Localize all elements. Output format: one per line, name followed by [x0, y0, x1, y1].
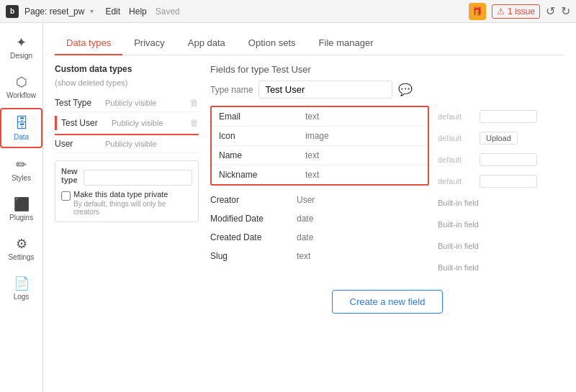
field-row-name[interactable]: Name text	[212, 146, 428, 165]
field-row-icon[interactable]: Icon image	[212, 127, 428, 146]
field-name-created-date: Created Date	[210, 232, 297, 242]
builtin-tag-created: Built-in field	[438, 242, 479, 250]
panels: Custom data types (show deleted types) T…	[55, 64, 564, 383]
redo-button[interactable]: ↻	[561, 4, 570, 18]
sidebar-item-styles[interactable]: ✏ Styles	[0, 151, 42, 188]
edit-menu[interactable]: Edit	[105, 6, 120, 17]
builtin-label-created: Built-in field	[438, 235, 537, 257]
sidebar-item-logs[interactable]: 📄 Logs	[0, 270, 42, 306]
settings-icon: ⚙	[16, 236, 27, 252]
sidebar-item-plugins[interactable]: ⬛ Plugins	[0, 191, 42, 227]
sidebar-item-workflow[interactable]: ⬡ Workflow	[0, 68, 42, 105]
selected-indicator	[55, 116, 57, 130]
type-name-label: Type name	[210, 85, 253, 95]
new-type-input[interactable]	[84, 170, 192, 186]
default-input-name[interactable]	[480, 153, 537, 166]
data-type-test-type[interactable]: Test Type Publicly visible 🗑	[55, 94, 199, 112]
app-logo: b	[6, 5, 19, 18]
field-row-modified-date: Modified Date date	[210, 210, 429, 227]
gift-icon[interactable]: 🎁	[469, 3, 486, 20]
builtin-tag-slug: Built-in field	[438, 263, 479, 272]
warning-icon: ⚠	[497, 6, 505, 17]
builtin-label-modified: Built-in field	[438, 214, 537, 235]
workflow-icon: ⬡	[16, 74, 27, 90]
default-label-nickname: default	[438, 177, 474, 186]
fields-column: Email text Icon image Name tex	[210, 106, 429, 265]
private-sub: By default, things will only be creators	[73, 200, 192, 216]
field-row-nickname[interactable]: Nickname text	[212, 165, 428, 184]
default-row-icon: default Upload	[438, 127, 537, 149]
default-label-name: default	[438, 155, 474, 164]
default-input-email[interactable]	[480, 110, 537, 123]
fields-layout: Email text Icon image Name tex	[210, 106, 564, 278]
defaults-column: default default Upload default	[438, 106, 537, 278]
builtin-tag-modified: Built-in field	[438, 220, 479, 229]
field-type-modified-date: date	[297, 214, 354, 224]
upload-button-icon[interactable]: Upload	[480, 132, 518, 145]
content-area: Data types Privacy App data Option sets …	[43, 23, 576, 392]
type-visibility-test-user: Publicly visible	[112, 119, 187, 127]
sidebar: ✦ Design ⬡ Workflow 🗄 Data ✏ Styles ⬛ Pl…	[0, 23, 43, 392]
builtin-label-creator: Built-in field	[438, 192, 537, 214]
field-name-modified-date: Modified Date	[210, 214, 297, 224]
private-checkbox[interactable]	[61, 191, 71, 201]
data-type-user[interactable]: User Publicly visible	[55, 135, 199, 153]
default-label-icon: default	[438, 134, 474, 142]
tab-file-manager[interactable]: File manager	[307, 32, 385, 55]
data-type-test-user[interactable]: Test User Publicly visible 🗑	[55, 112, 199, 135]
custom-types-title: Custom data types	[55, 64, 199, 74]
field-name-icon: Icon	[219, 131, 305, 141]
field-type-created-date: date	[297, 232, 354, 242]
field-type-name: text	[305, 150, 363, 160]
new-type-box: New type Make this data type private By …	[55, 160, 199, 222]
data-icon: 🗄	[14, 115, 29, 132]
field-row-email[interactable]: Email text	[212, 107, 428, 127]
sidebar-label-design: Design	[10, 52, 32, 60]
private-label: Make this data type private	[73, 190, 192, 199]
type-visibility-test-type: Publicly visible	[105, 99, 187, 107]
default-row-email: default	[438, 106, 537, 127]
page-dropdown-arrow[interactable]: ▾	[90, 7, 94, 15]
tabs-bar: Data types Privacy App data Option sets …	[55, 32, 564, 55]
sidebar-label-settings: Settings	[8, 253, 34, 261]
issue-badge[interactable]: ⚠ 1 issue	[492, 4, 540, 19]
delete-test-user-icon[interactable]: 🗑	[190, 118, 199, 128]
sidebar-label-data: Data	[14, 133, 29, 141]
builtin-tag-creator: Built-in field	[438, 199, 479, 207]
field-type-nickname: text	[305, 170, 363, 180]
type-name-input[interactable]	[258, 81, 392, 99]
help-menu[interactable]: Help	[129, 6, 147, 17]
sidebar-label-logs: Logs	[14, 293, 30, 301]
field-type-email: text	[305, 111, 363, 122]
tab-option-sets[interactable]: Option sets	[237, 32, 307, 55]
field-type-slug: text	[297, 251, 354, 261]
sidebar-item-settings[interactable]: ⚙ Settings	[0, 230, 42, 267]
tab-data-types[interactable]: Data types	[55, 32, 122, 55]
private-checkbox-row: Make this data type private By default, …	[61, 190, 192, 216]
default-row-name: default	[438, 149, 537, 170]
tab-privacy[interactable]: Privacy	[122, 32, 176, 55]
topbar-menu: Edit Help	[105, 6, 146, 17]
tab-app-data[interactable]: App data	[176, 32, 237, 55]
sidebar-item-data[interactable]: 🗄 Data	[0, 108, 42, 148]
editable-fields-table: Email text Icon image Name tex	[210, 106, 429, 186]
default-label-email: default	[438, 112, 474, 121]
type-name-test-type: Test Type	[55, 98, 105, 108]
sidebar-item-design[interactable]: ✦ Design	[0, 29, 42, 65]
undo-button[interactable]: ↺	[546, 4, 555, 18]
page-label: Page: reset_pw	[24, 6, 84, 17]
type-visibility-user: Publicly visible	[105, 140, 199, 148]
builtin-fields-section: Creator User Modified Date date Created …	[210, 190, 429, 265]
delete-test-type-icon[interactable]: 🗑	[190, 98, 199, 108]
builtin-label-slug: Built-in field	[438, 257, 537, 278]
default-input-nickname[interactable]	[480, 175, 537, 188]
show-deleted-link[interactable]: (show deleted types)	[55, 78, 199, 87]
styles-icon: ✏	[16, 157, 27, 173]
create-field-button[interactable]: Create a new field	[332, 290, 444, 314]
issue-label: 1 issue	[508, 6, 535, 17]
field-row-created-date: Created Date date	[210, 229, 429, 246]
right-panel: Fields for type Test User Type name 💬 E	[210, 64, 564, 383]
field-name-creator: Creator	[210, 195, 297, 205]
field-type-icon: image	[305, 131, 363, 141]
comment-icon[interactable]: 💬	[398, 83, 413, 96]
